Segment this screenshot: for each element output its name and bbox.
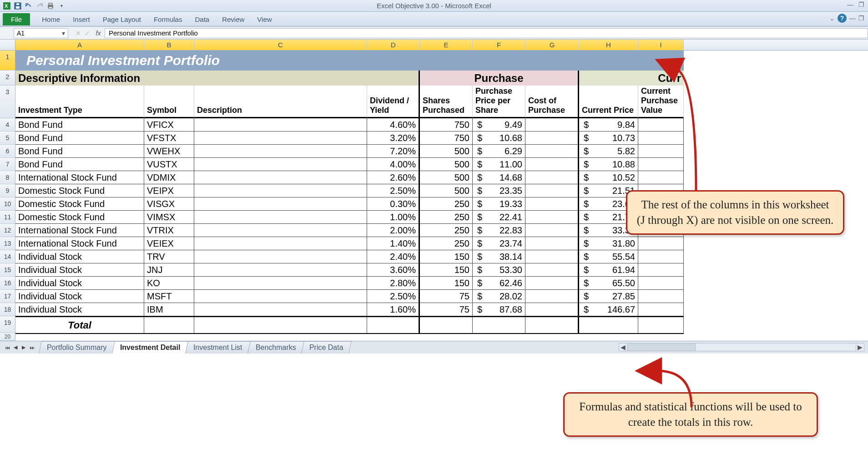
cell-shares[interactable]: 150: [420, 250, 473, 263]
sheet-tab-portfolio-summary[interactable]: Portfolio Summary: [39, 341, 115, 354]
cell-dividend[interactable]: 2.50%: [367, 184, 420, 197]
name-box[interactable]: A1 ▾: [14, 28, 68, 38]
cell-type[interactable]: Domestic Stock Fund: [15, 184, 144, 197]
cell-shares[interactable]: 250: [420, 237, 473, 250]
ribbon-tab-page-layout[interactable]: Page Layout: [96, 13, 147, 25]
cell-purchase-price[interactable]: $22.41: [473, 211, 525, 224]
sheet-nav-next-icon[interactable]: ▶: [20, 344, 27, 351]
cell-purchase-price[interactable]: $22.83: [473, 224, 525, 237]
cell-symbol[interactable]: JNJ: [144, 263, 194, 277]
sheet-nav-last-icon[interactable]: ⏭: [28, 344, 35, 351]
cancel-icon[interactable]: ✕: [74, 30, 83, 37]
cell-description[interactable]: [194, 224, 367, 237]
cell-current-price[interactable]: $31.80: [579, 237, 638, 250]
col-header-E[interactable]: E: [420, 40, 473, 50]
cell-current-price[interactable]: $10.52: [579, 171, 638, 184]
hdr-ppps[interactable]: Purchase Price per Share: [473, 86, 525, 118]
row-header-5[interactable]: 5: [0, 131, 15, 145]
cell-symbol[interactable]: VTRIX: [144, 224, 194, 237]
cell-shares[interactable]: 75: [420, 303, 473, 316]
cell-shares[interactable]: 75: [420, 290, 473, 303]
cell-description[interactable]: [194, 118, 367, 131]
row-header-17[interactable]: 17: [0, 290, 15, 303]
scroll-thumb[interactable]: [627, 344, 696, 351]
cell-symbol[interactable]: VIMSX: [144, 211, 194, 224]
ribbon-tab-review[interactable]: Review: [216, 13, 251, 25]
cell-purchase-price[interactable]: $14.68: [473, 171, 525, 184]
cell-cost[interactable]: [525, 237, 579, 250]
cell-type[interactable]: Bond Fund: [15, 131, 144, 145]
row-header-1[interactable]: 1: [0, 51, 15, 71]
cell-current-value[interactable]: [638, 303, 684, 316]
cell-shares[interactable]: 500: [420, 158, 473, 171]
cell-purchase-price[interactable]: $10.68: [473, 131, 525, 145]
row-header-2[interactable]: 2: [0, 71, 15, 86]
cell-type[interactable]: Individual Stock: [15, 303, 144, 316]
total-e[interactable]: [420, 317, 473, 334]
cell-description[interactable]: [194, 184, 367, 197]
hdr-symbol[interactable]: Symbol: [144, 86, 194, 118]
cell-purchase-price[interactable]: $53.30: [473, 263, 525, 277]
cell-dividend[interactable]: 2.80%: [367, 277, 420, 290]
cell-shares[interactable]: 150: [420, 277, 473, 290]
cell-dividend[interactable]: 2.00%: [367, 224, 420, 237]
redo-icon[interactable]: [35, 1, 45, 10]
sheet-tab-benchmarks[interactable]: Benchmarks: [247, 341, 304, 354]
hdr-cost[interactable]: Cost of Purchase: [525, 86, 579, 118]
cell-symbol[interactable]: TRV: [144, 250, 194, 263]
cell-symbol[interactable]: VEIPX: [144, 184, 194, 197]
cell-current-price[interactable]: $10.88: [579, 158, 638, 171]
col-header-F[interactable]: F: [473, 40, 525, 50]
name-box-dropdown-icon[interactable]: ▾: [62, 30, 65, 37]
cell-dividend[interactable]: 3.20%: [367, 131, 420, 145]
cell-dividend[interactable]: 2.50%: [367, 290, 420, 303]
section-purchase[interactable]: Purchase: [420, 71, 579, 86]
cell-cost[interactable]: [525, 171, 579, 184]
cell-symbol[interactable]: VDMIX: [144, 171, 194, 184]
ribbon-tab-formulas[interactable]: Formulas: [147, 13, 189, 25]
row-header-4[interactable]: 4: [0, 118, 15, 131]
cell-dividend[interactable]: 1.00%: [367, 211, 420, 224]
cell-dividend[interactable]: 0.30%: [367, 197, 420, 211]
cell-current-price[interactable]: $10.73: [579, 131, 638, 145]
cell-symbol[interactable]: VWEHX: [144, 145, 194, 158]
sheet-nav-prev-icon[interactable]: ◀: [12, 344, 19, 351]
cell-type[interactable]: Individual Stock: [15, 250, 144, 263]
hdr-dividend[interactable]: Dividend / Yield: [367, 86, 420, 118]
cell-description[interactable]: [194, 211, 367, 224]
cell-current-price[interactable]: $55.54: [579, 250, 638, 263]
cell-type[interactable]: International Stock Fund: [15, 224, 144, 237]
cell-type[interactable]: Bond Fund: [15, 118, 144, 131]
row-header-20[interactable]: 20: [0, 333, 15, 341]
cell-description[interactable]: [194, 263, 367, 277]
ribbon-tab-home[interactable]: Home: [35, 13, 66, 25]
row-header-11[interactable]: 11: [0, 211, 15, 224]
cell-type[interactable]: Individual Stock: [15, 263, 144, 277]
cell-description[interactable]: [194, 171, 367, 184]
cell-shares[interactable]: 250: [420, 211, 473, 224]
cell-cost[interactable]: [525, 224, 579, 237]
hdr-current-price[interactable]: Current Price: [579, 86, 638, 118]
sheet-title-cell[interactable]: Personal Investment Portfolio: [15, 51, 684, 71]
row-header-15[interactable]: 15: [0, 263, 15, 277]
cell-type[interactable]: Bond Fund: [15, 145, 144, 158]
cell-symbol[interactable]: VEIEX: [144, 237, 194, 250]
print-icon[interactable]: [45, 1, 56, 10]
col-header-D[interactable]: D: [367, 40, 420, 50]
cell-symbol[interactable]: IBM: [144, 303, 194, 316]
row-header-16[interactable]: 16: [0, 277, 15, 290]
cell-cost[interactable]: [525, 250, 579, 263]
ribbon-tab-data[interactable]: Data: [188, 13, 216, 25]
row-header-13[interactable]: 13: [0, 237, 15, 250]
fx-icon[interactable]: fx: [92, 30, 105, 37]
cell-symbol[interactable]: MSFT: [144, 290, 194, 303]
cell-current-value[interactable]: [638, 277, 684, 290]
total-label[interactable]: Total: [15, 317, 144, 334]
sheet-nav-first-icon[interactable]: ⏮: [4, 344, 11, 351]
cell-symbol[interactable]: VFSTX: [144, 131, 194, 145]
cell-description[interactable]: [194, 237, 367, 250]
cell-purchase-price[interactable]: $87.68: [473, 303, 525, 316]
cell-purchase-price[interactable]: $28.02: [473, 290, 525, 303]
cell-type[interactable]: Domestic Stock Fund: [15, 211, 144, 224]
cell-type[interactable]: Bond Fund: [15, 158, 144, 171]
